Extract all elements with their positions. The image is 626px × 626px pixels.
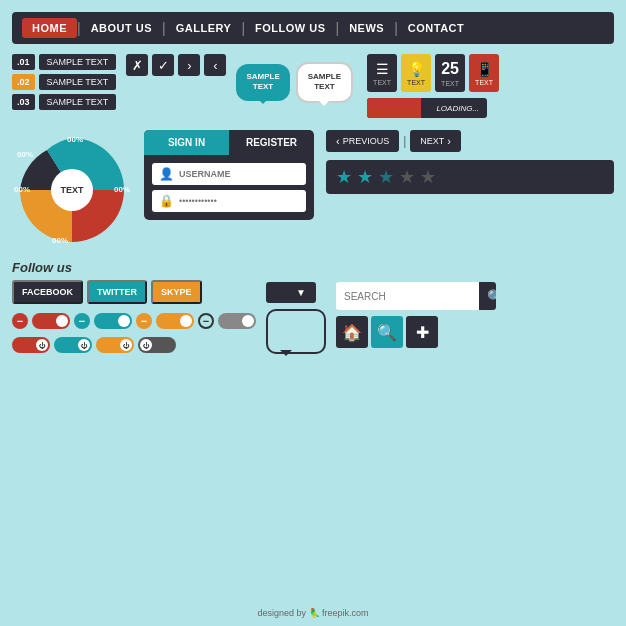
list-label-2: SAMPLE TEXT	[39, 74, 117, 90]
toggle-orange-on[interactable]	[156, 313, 194, 329]
search-row: 🔍	[336, 282, 496, 310]
action-icons: 🏠 🔍 ✚	[336, 316, 496, 348]
toggle-teal-on[interactable]	[94, 313, 132, 329]
circle-minus-orange[interactable]: −	[136, 313, 152, 329]
footer: designed by 🦜 freepik.com	[0, 608, 626, 618]
power-knob: ⏻	[120, 339, 132, 351]
search-icon: 🔍	[487, 289, 496, 304]
user-icon: 👤	[159, 167, 174, 181]
social-buttons: FACEBOOK TWITTER SKYPE	[12, 280, 256, 304]
pie-label-bottom: 00%	[52, 236, 68, 245]
register-tab[interactable]: REGISTER	[229, 130, 314, 155]
pie-center-label: TEXT	[51, 169, 93, 211]
password-input[interactable]	[179, 196, 299, 206]
icon-box-light: 💡 TEXT	[401, 54, 431, 92]
checkbox-x[interactable]: ✗	[126, 54, 148, 76]
bubbles-area: SAMPLETEXT SAMPLETEXT	[236, 62, 353, 103]
pagination: ‹ PREVIOUS | NEXT ›	[326, 130, 614, 152]
left-arrow-icon: ‹	[336, 135, 340, 147]
circle-minus-red[interactable]: −	[12, 313, 28, 329]
star-5[interactable]: ★	[420, 166, 436, 188]
icon-boxes: ☰ TEXT 💡 TEXT 25 TEXT 📱 TEXT	[367, 54, 499, 92]
list-num-1: .01	[12, 54, 35, 70]
search-bar: 🔍	[336, 282, 496, 310]
pie-label-left: 00%	[14, 185, 30, 194]
arrow-left-btn[interactable]: ‹	[204, 54, 226, 76]
nav-item-followus[interactable]: FOLLOW US	[245, 18, 336, 38]
follow-block: Follow us FACEBOOK TWITTER SKYPE − − − −…	[12, 260, 256, 353]
speech-bubble-outline: SAMPLETEXT	[296, 62, 353, 103]
progress-fill	[367, 98, 421, 118]
toggle-knob	[242, 315, 254, 327]
facebook-button[interactable]: FACEBOOK	[12, 280, 83, 304]
star-4[interactable]: ★	[399, 166, 415, 188]
twitter-button[interactable]: TWITTER	[87, 280, 147, 304]
power-toggle-orange[interactable]: ⏻	[96, 337, 134, 353]
previous-label: PREVIOUS	[343, 136, 390, 146]
pie-label-right: 00%	[114, 185, 130, 194]
toggle-off-light[interactable]	[218, 313, 256, 329]
power-row: ⏻ ⏻ ⏻ ⏻	[12, 337, 256, 353]
nav-item-contact[interactable]: CONTACT	[398, 18, 474, 38]
home-icon-button[interactable]: 🏠	[336, 316, 368, 348]
power-knob: ⏻	[36, 339, 48, 351]
previous-button[interactable]: ‹ PREVIOUS	[326, 130, 399, 152]
mobile-icon: 📱	[476, 61, 493, 77]
navigation-bar: HOME | ABOUT US | GALLERY | FOLLOW US | …	[12, 12, 614, 44]
loading-bar: LOADING...	[367, 98, 487, 118]
checkbox-check[interactable]: ✓	[152, 54, 174, 76]
lock-icon: 🔒	[159, 194, 174, 208]
add-icon-button[interactable]: ✚	[406, 316, 438, 348]
search-block: 🔍 🏠 🔍 ✚	[336, 282, 496, 348]
nav-item-news[interactable]: NEWS	[339, 18, 394, 38]
icon-label-4: TEXT	[475, 79, 493, 86]
doc-icon: ☰	[376, 61, 389, 77]
star-rating: ★ ★ ★ ★ ★	[326, 160, 614, 194]
checkbox-row-1: ✗ ✓ › ‹	[126, 54, 226, 76]
section-1: .01 SAMPLE TEXT .02 SAMPLE TEXT .03 SAMP…	[12, 54, 614, 118]
pagination-section: ‹ PREVIOUS | NEXT › ★ ★ ★ ★ ★	[326, 130, 614, 194]
power-knob: ⏻	[140, 339, 152, 351]
star-2[interactable]: ★	[357, 166, 373, 188]
list-item-3: .03 SAMPLE TEXT	[12, 94, 116, 110]
power-knob: ⏻	[78, 339, 90, 351]
power-toggle-teal[interactable]: ⏻	[54, 337, 92, 353]
sign-in-tab[interactable]: SIGN IN	[144, 130, 229, 155]
star-1[interactable]: ★	[336, 166, 352, 188]
arrow-right-btn[interactable]: ›	[178, 54, 200, 76]
light-icon: 💡	[408, 61, 425, 77]
username-input[interactable]	[179, 169, 299, 179]
toggle-knob	[56, 315, 68, 327]
icon-box-mobile: 📱 TEXT	[469, 54, 499, 92]
icon-box-num: 25 TEXT	[435, 54, 465, 92]
toggle-row-1: − − − −	[12, 313, 256, 329]
nav-item-gallery[interactable]: GALLERY	[166, 18, 242, 38]
nav-item-home[interactable]: HOME	[22, 18, 77, 38]
circle-minus-teal[interactable]: −	[74, 313, 90, 329]
power-toggle-off[interactable]: ⏻	[138, 337, 176, 353]
right-section: ☰ TEXT 💡 TEXT 25 TEXT 📱 TEXT LOADING...	[367, 54, 499, 118]
search-button[interactable]: 🔍	[479, 282, 496, 310]
circle-minus-outline[interactable]: −	[198, 313, 214, 329]
loading-label: LOADING...	[436, 104, 479, 113]
username-field: 👤	[152, 163, 306, 185]
chevron-down-icon: ▼	[296, 287, 306, 298]
login-body: 👤 🔒	[144, 155, 314, 220]
nav-item-about[interactable]: ABOUT US	[81, 18, 162, 38]
star-3[interactable]: ★	[378, 166, 394, 188]
next-label: NEXT	[420, 136, 444, 146]
toggle-red-on[interactable]	[32, 313, 70, 329]
login-tabs: SIGN IN REGISTER	[144, 130, 314, 155]
footer-text: designed by 🦜 freepik.com	[257, 608, 368, 618]
zoom-icon-button[interactable]: 🔍	[371, 316, 403, 348]
icon-label-1: TEXT	[373, 79, 391, 86]
next-button[interactable]: NEXT ›	[410, 130, 461, 152]
icon-label-2: TEXT	[407, 79, 425, 86]
search-input[interactable]	[336, 291, 479, 302]
pie-label-topleft: 00%	[17, 150, 33, 159]
dropdown[interactable]: ▼	[266, 282, 316, 303]
section-3: Follow us FACEBOOK TWITTER SKYPE − − − −…	[12, 260, 614, 354]
skype-button[interactable]: SKYPE	[151, 280, 202, 304]
power-toggle-red[interactable]: ⏻	[12, 337, 50, 353]
pagination-divider: |	[403, 134, 406, 148]
